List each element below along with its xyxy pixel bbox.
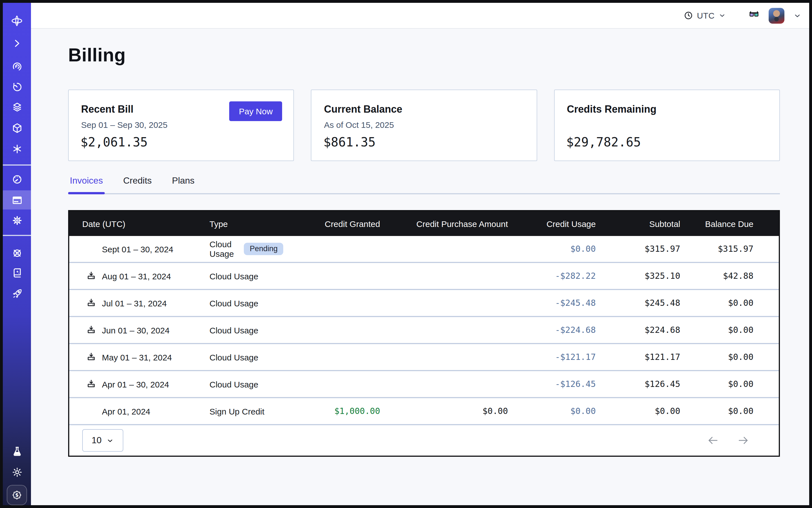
table-footer: 10 — [69, 425, 779, 456]
billing-tabs: InvoicesCreditsPlans — [68, 176, 780, 194]
rocket-icon — [11, 288, 23, 299]
subtotal-value: $315.97 — [596, 244, 680, 254]
download-invoice-button[interactable] — [86, 379, 96, 389]
sidebar-item-container[interactable] — [3, 118, 31, 137]
credit-usage-value: $0.00 — [508, 244, 596, 254]
recent-bill-card: Recent Bill Sep 01 – Sep 30, 2025 $2,061… — [68, 90, 294, 161]
credit-usage-value: -$121.17 — [508, 352, 596, 362]
balance-due-value: $0.00 — [680, 352, 779, 362]
column-header: Balance Due — [680, 219, 779, 228]
3d-glasses-icon — [749, 9, 760, 20]
current-balance-card: Current Balance As of Oct 15, 2025 $861.… — [311, 90, 537, 161]
sidebar-item-onboarding[interactable] — [3, 284, 31, 303]
timezone-selector[interactable]: UTC — [683, 11, 726, 20]
arrow-right-icon — [737, 434, 750, 447]
sidebar-item-layers[interactable] — [3, 97, 31, 117]
table-row: Apr 01, 2024Sign Up Credit$1,000.00$0.00… — [69, 398, 779, 425]
column-header: Credit Purchase Amount — [380, 219, 508, 228]
invoice-date: Aug 01 – 31, 2024 — [102, 271, 171, 281]
download-invoice-button[interactable] — [86, 352, 96, 362]
table-row: Apr 01 – 30, 2024Cloud Usage-$126.45$126… — [69, 371, 779, 398]
sidebar-item-theme[interactable] — [3, 462, 31, 481]
sidebar-item-support[interactable] — [3, 243, 31, 262]
sidebar-item-docs[interactable] — [3, 263, 31, 282]
column-header: Credit Granted — [283, 219, 380, 228]
column-header: Date (UTC) — [69, 219, 203, 228]
billing-app-window: $ UTC — [0, 0, 812, 508]
credit-usage-value: -$245.48 — [508, 298, 596, 308]
content: Billing Recent Bill Sep 01 – Sep 30, 202… — [31, 29, 809, 505]
type-cell: Cloud Usage — [203, 352, 283, 362]
account-menu-button[interactable] — [794, 11, 801, 19]
previous-page-button[interactable] — [707, 434, 719, 447]
invoice-date: Apr 01 – 30, 2024 — [102, 379, 169, 389]
dollar-badge-icon: $ — [11, 489, 23, 501]
sidebar-collapse-button[interactable] — [3, 34, 31, 53]
download-icon — [86, 379, 96, 389]
subtotal-value: $245.48 — [596, 298, 680, 308]
invoice-type: Cloud Usage — [210, 298, 258, 308]
download-icon — [86, 298, 96, 308]
page-title: Billing — [68, 44, 780, 66]
sidebar-item-lab[interactable] — [3, 441, 31, 461]
pay-now-button[interactable]: Pay Now — [229, 101, 283, 121]
invoice-type: Cloud Usage — [210, 325, 258, 335]
invoice-date: May 01 – 31, 2024 — [102, 352, 172, 362]
download-icon — [86, 325, 96, 335]
subtotal-value: $224.68 — [596, 325, 680, 335]
invoice-date: Jun 01 – 30, 2024 — [102, 325, 170, 335]
sidebar-item-credits[interactable]: $ — [7, 485, 27, 505]
download-invoice-button[interactable] — [86, 298, 96, 308]
lab-flask-icon — [11, 445, 23, 457]
card-title: Current Balance — [324, 103, 402, 116]
main-area: UTC — [31, 3, 809, 505]
tab-plans[interactable]: Plans — [170, 176, 196, 193]
tab-invoices[interactable]: Invoices — [68, 176, 104, 193]
balance-due-value: $315.97 — [680, 244, 779, 254]
subtotal-value: $0.00 — [596, 406, 680, 416]
balance-due-value: $0.00 — [680, 379, 779, 389]
logo-icon — [10, 14, 24, 28]
invoice-date: Apr 01, 2024 — [102, 406, 151, 416]
column-header: Type — [203, 219, 283, 228]
dev-glasses-button[interactable] — [749, 9, 760, 22]
chevron-right-icon — [11, 38, 23, 49]
table-row: Sept 01 – 30, 2024Cloud UsagePending$0.0… — [69, 236, 779, 263]
svg-text:$: $ — [15, 492, 18, 498]
user-avatar[interactable] — [769, 8, 784, 24]
subtotal-value: $126.45 — [596, 379, 680, 389]
app-logo-icon[interactable] — [3, 11, 31, 31]
sidebar-item-settings[interactable] — [3, 211, 31, 230]
download-invoice-button[interactable] — [86, 271, 96, 281]
next-page-button[interactable] — [737, 434, 750, 447]
invoice-type: Cloud Usage — [210, 352, 258, 362]
sidebar: $ — [3, 3, 31, 505]
radar-icon — [11, 60, 23, 72]
credit-usage-value: -$224.68 — [508, 325, 596, 335]
sidebar-divider — [3, 164, 31, 165]
help-wheel-icon — [11, 247, 23, 259]
sidebar-item-radar[interactable] — [3, 57, 31, 76]
sidebar-item-usage[interactable] — [3, 170, 31, 189]
sidebar-item-billing[interactable] — [3, 190, 31, 210]
sidebar-item-history[interactable] — [3, 77, 31, 96]
type-cell: Cloud Usage — [203, 379, 283, 389]
page-size-select[interactable]: 10 — [82, 429, 123, 452]
column-header: Subtotal — [596, 219, 680, 228]
card-title: Recent Bill — [81, 103, 133, 116]
theme-sun-icon — [11, 466, 23, 478]
table-row: Aug 01 – 31, 2024Cloud Usage-$282.22$325… — [69, 263, 779, 290]
cube-icon — [11, 122, 23, 134]
card-subtitle: As of Oct 15, 2025 — [324, 120, 394, 130]
billing-card-icon — [11, 194, 23, 206]
credits-remaining-card: Credits Remaining $29,782.65 — [554, 90, 780, 161]
column-header: Credit Usage — [508, 219, 596, 228]
status-badge: Pending — [244, 243, 283, 255]
page-size-value: 10 — [91, 435, 102, 446]
topbar-right-group — [749, 8, 801, 24]
tab-credits[interactable]: Credits — [121, 176, 153, 193]
date-cell: Apr 01, 2024 — [69, 406, 203, 416]
date-cell: Jul 01 – 31, 2024 — [69, 298, 203, 308]
sidebar-item-asterisk[interactable] — [3, 139, 31, 158]
download-invoice-button[interactable] — [86, 325, 96, 335]
